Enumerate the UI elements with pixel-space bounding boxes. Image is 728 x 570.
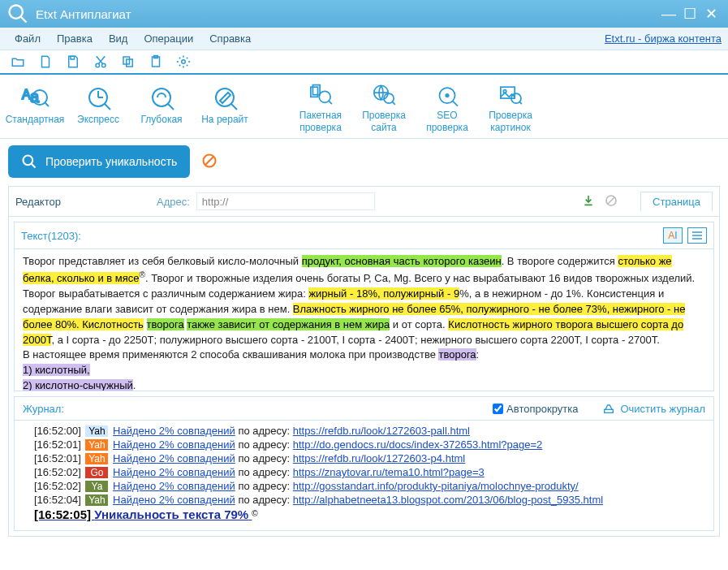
mode-site-l1: Проверка	[362, 110, 406, 121]
download-icon[interactable]	[582, 194, 595, 209]
svg-point-0	[10, 6, 23, 19]
menu-operations[interactable]: Операции	[136, 29, 201, 48]
match-link[interactable]: Найдено 2% совпадений	[113, 480, 235, 492]
match-url[interactable]: https://refdb.ru/look/1272603-p4.html	[293, 452, 465, 464]
final-text[interactable]: Уникальность текста 79%	[94, 507, 248, 521]
match-link[interactable]: Найдено 2% совпадений	[113, 494, 235, 506]
mode-site[interactable]: Проверка сайта	[352, 81, 416, 133]
mode-standard[interactable]: Aa Стандартная	[3, 81, 67, 133]
match-url[interactable]: http://gosstandart.info/produkty-pitaniy…	[293, 480, 579, 492]
menu-file[interactable]: Файл	[6, 29, 49, 48]
by-address: по адресу:	[235, 466, 293, 478]
check-uniqueness-button[interactable]: Проверить уникальность	[8, 145, 190, 178]
match-url[interactable]: http://do.gendocs.ru/docs/index-372653.h…	[293, 438, 543, 451]
menu-view[interactable]: Вид	[101, 29, 136, 48]
svg-line-19	[168, 104, 174, 110]
journal-panel: Журнал: Автопрокрутка Очистить журнал [1…	[14, 396, 714, 531]
clear-journal-button[interactable]: Очистить журнал	[602, 402, 705, 415]
cancel-icon[interactable]	[605, 194, 618, 209]
toolbar-small	[0, 50, 728, 75]
mode-batch-l2: проверка	[299, 122, 342, 133]
mode-images[interactable]: Проверка картинок	[479, 81, 542, 133]
final-ts: [16:52:05]	[34, 507, 94, 521]
text-content[interactable]: Творог представляет из себя белковый кис…	[15, 249, 713, 391]
mode-express-label: Экспресс	[77, 114, 119, 125]
svg-point-20	[216, 89, 234, 106]
menu-edit[interactable]: Правка	[49, 29, 101, 48]
svg-line-1	[21, 17, 27, 23]
view-mode-lines-icon[interactable]	[687, 227, 707, 244]
copy-icon[interactable]	[118, 52, 138, 71]
engine-tag: Yah	[85, 453, 108, 464]
new-file-icon[interactable]	[36, 52, 55, 71]
mode-rewrite[interactable]: На рерайт	[193, 81, 256, 133]
match-link[interactable]: Найдено 2% совпадений	[113, 466, 235, 478]
paste-icon[interactable]	[146, 52, 166, 71]
autoscroll-input[interactable]	[493, 404, 503, 414]
autoscroll-label: Автопрокрутка	[506, 403, 578, 415]
settings-icon[interactable]	[174, 52, 193, 71]
match-url[interactable]: http://alphabetneeta13.blogspot.com/2013…	[293, 494, 603, 506]
mode-site-l2: сайта	[371, 122, 396, 133]
svg-line-13	[45, 102, 49, 106]
text-pane-title: Текст(1203):	[21, 230, 658, 242]
by-address: по адресу:	[235, 425, 293, 437]
svg-rect-45	[605, 409, 614, 412]
mode-seo[interactable]: SEO проверка	[416, 81, 479, 133]
engine-tag: Yah	[85, 494, 108, 506]
journal-header: Журнал: Автопрокрутка Очистить журнал	[15, 397, 713, 421]
stop-icon[interactable]	[201, 153, 218, 171]
journal-row: [16:52:00] Yah Найдено 2% совпадений по …	[34, 424, 705, 438]
svg-point-30	[446, 94, 448, 97]
mode-express[interactable]: Экспресс	[67, 81, 130, 133]
view-mode-highlight-icon[interactable]: AI	[663, 227, 683, 244]
cut-icon[interactable]	[91, 52, 110, 71]
match-link[interactable]: Найдено 2% совпадений	[113, 425, 235, 437]
by-address: по адресу:	[235, 452, 293, 464]
journal-row: [16:52:01] Yah Найдено 2% совпадений по …	[34, 438, 705, 451]
svg-line-21	[231, 104, 237, 110]
mode-deep-label: Глубокая	[140, 114, 182, 125]
mode-standard-label: Стандартная	[6, 114, 65, 125]
promo-link[interactable]: Etxt.ru - биржа контента	[605, 32, 722, 45]
modes-toolbar: Aa Стандартная Экспресс Глубокая На рера…	[0, 75, 728, 139]
tab-page[interactable]: Страница	[640, 192, 713, 212]
editor-panel: Редактор Адрес: Страница Текст(1203): AI…	[8, 186, 720, 537]
maximize-button[interactable]: ☐	[679, 5, 700, 23]
journal-row: [16:52:02] Go Найдено 2% совпадений по а…	[34, 465, 705, 479]
app-title: Etxt Антиплагиат	[36, 7, 658, 21]
engine-tag: Go	[85, 467, 108, 478]
address-input[interactable]	[196, 192, 375, 210]
mode-seo-l2: проверка	[426, 122, 468, 133]
log-ts: [16:52:02]	[34, 466, 81, 478]
match-link[interactable]: Найдено 2% совпадений	[113, 438, 235, 451]
journal-final-row: [16:52:05] Уникальность текста 79% ©	[34, 507, 705, 522]
minimize-button[interactable]: —	[658, 5, 679, 23]
check-bar: Проверить уникальность	[0, 139, 728, 184]
log-ts: [16:52:01]	[34, 438, 81, 451]
close-button[interactable]: ✕	[700, 5, 722, 23]
check-button-label: Проверить уникальность	[45, 155, 177, 168]
svg-line-31	[453, 101, 458, 106]
save-icon[interactable]	[63, 52, 83, 71]
mode-batch[interactable]: Пакетная проверка	[289, 81, 352, 133]
open-icon[interactable]	[8, 52, 28, 71]
match-url[interactable]: https://znaytovar.ru/tema10.html?page=3	[293, 466, 485, 478]
mode-seo-l1: SEO	[437, 110, 457, 121]
by-address: по адресу:	[235, 494, 293, 506]
svg-point-18	[153, 89, 170, 106]
engine-tag: Ya	[85, 481, 108, 492]
mode-rewrite-label: На рерайт	[201, 114, 248, 125]
menu-help[interactable]: Справка	[201, 29, 259, 48]
journal-row: [16:52:02] Ya Найдено 2% совпадений по а…	[34, 479, 705, 493]
mode-deep[interactable]: Глубокая	[130, 81, 193, 133]
svg-rect-32	[501, 87, 515, 98]
svg-line-37	[32, 164, 36, 168]
match-url[interactable]: https://refdb.ru/look/1272603-pall.html	[293, 425, 470, 437]
text-pane-header: Текст(1203): AI	[15, 222, 713, 249]
autoscroll-checkbox[interactable]: Автопрокрутка	[493, 403, 578, 415]
engine-tag: Yah	[85, 439, 108, 451]
match-link[interactable]: Найдено 2% совпадений	[113, 452, 235, 464]
app-logo-icon	[6, 2, 29, 25]
journal-log[interactable]: [16:52:00] Yah Найдено 2% совпадений по …	[15, 421, 713, 530]
